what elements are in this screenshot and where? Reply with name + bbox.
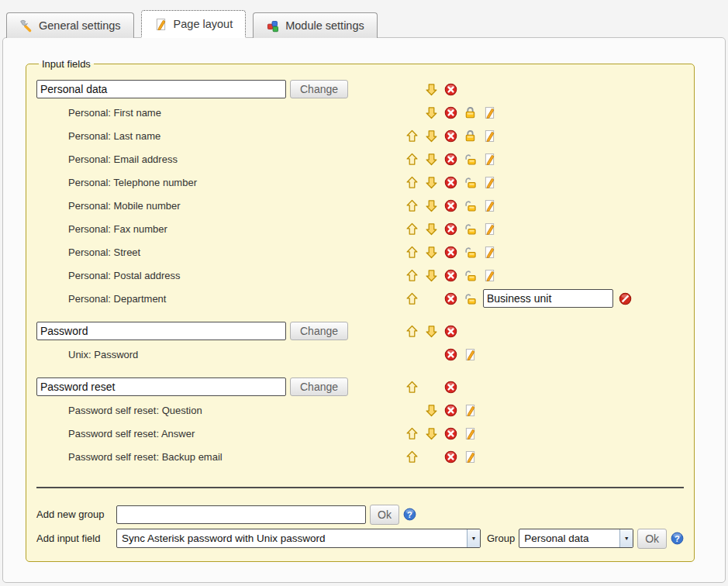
field-row: Personal: Mobile number (36, 194, 684, 217)
up-arrow-icon[interactable] (405, 269, 419, 282)
down-arrow-icon[interactable] (425, 404, 438, 417)
divider (36, 487, 684, 488)
up-arrow-icon[interactable] (405, 199, 419, 212)
lock-open-icon[interactable] (464, 292, 477, 305)
down-arrow-icon[interactable] (425, 222, 438, 236)
field-label: Password self reset: Backup email (36, 451, 405, 463)
delete-icon[interactable] (444, 176, 457, 189)
delete-icon[interactable] (444, 106, 457, 119)
lock-open-icon[interactable] (464, 222, 477, 236)
up-arrow-icon[interactable] (405, 222, 419, 236)
up-arrow-icon[interactable] (405, 381, 419, 394)
delete-icon[interactable] (444, 427, 457, 440)
delete-icon[interactable] (444, 129, 457, 143)
lock-closed-icon[interactable] (464, 106, 477, 119)
tab-page-layout[interactable]: Page layout (141, 10, 247, 38)
icon-cell (444, 199, 464, 212)
lock-closed-icon[interactable] (464, 129, 477, 143)
delete-icon[interactable] (444, 269, 457, 282)
up-arrow-icon[interactable] (405, 129, 419, 143)
up-arrow-icon[interactable] (405, 246, 419, 259)
field-row: Personal: Last name (36, 124, 684, 147)
edit-icon[interactable] (464, 427, 477, 440)
delete-icon[interactable] (444, 153, 457, 166)
change-group-button[interactable]: Change (290, 322, 348, 340)
down-arrow-icon[interactable] (425, 83, 438, 96)
help-icon[interactable]: ? (671, 532, 684, 545)
down-arrow-icon[interactable] (425, 325, 438, 338)
down-arrow-icon[interactable] (425, 427, 438, 440)
delete-icon[interactable] (444, 222, 457, 236)
edit-icon[interactable] (464, 404, 477, 417)
down-arrow-icon[interactable] (425, 153, 438, 166)
department-text-input[interactable] (483, 289, 613, 308)
lock-open-icon[interactable] (464, 176, 477, 189)
group-select[interactable]: Personal data ▼ (519, 529, 633, 548)
edit-icon[interactable] (483, 269, 496, 282)
delete-icon[interactable] (444, 450, 457, 464)
up-arrow-icon[interactable] (405, 450, 419, 464)
lock-open-icon[interactable] (464, 153, 477, 166)
edit-icon[interactable] (464, 450, 477, 464)
chevron-down-icon: ▼ (619, 529, 633, 547)
delete-icon[interactable] (444, 404, 457, 417)
help-icon[interactable]: ? (403, 508, 416, 521)
icon-cell (464, 153, 483, 166)
edit-icon[interactable] (483, 129, 496, 143)
icon-cell (464, 199, 483, 212)
edit-icon[interactable] (483, 153, 496, 166)
edit-icon[interactable] (483, 176, 496, 189)
tab-general-settings[interactable]: General settings (6, 12, 134, 38)
group-name-input[interactable] (36, 377, 286, 396)
lock-open-icon[interactable] (464, 246, 477, 259)
group-name-input[interactable] (36, 80, 286, 98)
blocked-icon[interactable] (619, 292, 632, 305)
delete-icon[interactable] (444, 292, 457, 305)
delete-icon[interactable] (444, 348, 457, 361)
down-arrow-icon[interactable] (425, 199, 438, 212)
group-name-input[interactable] (36, 322, 286, 340)
up-arrow-icon[interactable] (405, 176, 419, 189)
up-arrow-icon[interactable] (405, 153, 419, 166)
delete-icon[interactable] (444, 246, 457, 259)
icon-cell (464, 129, 483, 143)
delete-icon[interactable] (444, 199, 457, 212)
down-arrow-icon[interactable] (425, 246, 438, 259)
down-arrow-icon[interactable] (425, 176, 438, 189)
input-field-select[interactable]: Sync Asterisk password with Unix passwor… (116, 529, 481, 548)
icon-cell (464, 427, 483, 440)
edit-icon[interactable] (483, 106, 496, 119)
edit-icon[interactable] (483, 222, 496, 236)
change-group-button[interactable]: Change (290, 377, 348, 396)
tab-label: Module settings (285, 19, 364, 32)
field-row: Personal: Department (36, 287, 684, 310)
add-field-ok-button[interactable]: Ok (637, 529, 667, 549)
group-name-area: Change (36, 377, 405, 396)
lock-open-icon[interactable] (464, 269, 477, 282)
field-label: Personal: Department (36, 293, 405, 305)
change-group-button[interactable]: Change (290, 80, 348, 98)
up-arrow-icon[interactable] (405, 292, 419, 305)
field-row: Unix: Password (36, 343, 684, 366)
down-arrow-icon[interactable] (425, 106, 438, 119)
edit-icon[interactable] (483, 199, 496, 212)
icon-cell (444, 153, 464, 166)
add-group-ok-button[interactable]: Ok (370, 505, 399, 525)
up-arrow-icon[interactable] (405, 325, 419, 338)
delete-icon[interactable] (444, 83, 457, 96)
tab-label: Page layout (174, 18, 233, 30)
up-arrow-icon[interactable] (405, 427, 419, 440)
icon-cell (464, 450, 483, 464)
edit-icon[interactable] (464, 348, 477, 361)
tab-module-settings[interactable]: Module settings (253, 12, 378, 38)
delete-icon[interactable] (444, 381, 457, 394)
delete-icon[interactable] (444, 325, 457, 338)
icon-cell (405, 129, 425, 143)
add-group-input[interactable] (116, 505, 366, 524)
down-arrow-icon[interactable] (425, 269, 438, 282)
down-arrow-icon[interactable] (425, 129, 438, 143)
lock-open-icon[interactable] (464, 199, 477, 212)
icon-cell (405, 292, 425, 305)
icon-cell (464, 246, 483, 259)
edit-icon[interactable] (483, 246, 496, 259)
